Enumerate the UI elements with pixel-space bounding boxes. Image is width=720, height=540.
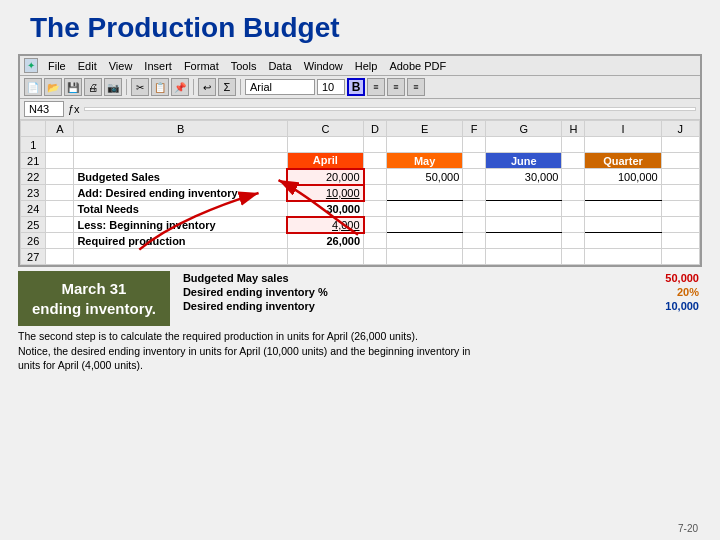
- new-button[interactable]: 📄: [24, 78, 42, 96]
- callout-label-1: Budgeted May sales: [180, 271, 593, 285]
- r22-april: 20,000: [287, 169, 363, 185]
- r1-d: [364, 137, 387, 153]
- col-b-header[interactable]: B: [74, 121, 287, 137]
- row-25: 25 Less: Beginning inventory 4,000: [21, 217, 700, 233]
- col-g-header[interactable]: G: [486, 121, 562, 137]
- menu-edit[interactable]: Edit: [73, 59, 102, 73]
- align-right-button[interactable]: ≡: [407, 78, 425, 96]
- r1-a: [46, 137, 74, 153]
- menu-data[interactable]: Data: [263, 59, 296, 73]
- cell-reference-box[interactable]: N43: [24, 101, 64, 117]
- toolbar: 📄 📂 💾 🖨 📷 ✂ 📋 📌 ↩ Σ Arial 10 B ≡ ≡ ≡: [20, 76, 700, 99]
- r22-may: 50,000: [386, 169, 462, 185]
- r1-e: [386, 137, 462, 153]
- r26-h: [562, 233, 585, 249]
- right-callout: Budgeted May sales 50,000 Desired ending…: [180, 271, 702, 313]
- separator-3: [240, 79, 241, 95]
- menu-adobe[interactable]: Adobe PDF: [384, 59, 451, 73]
- r26-june: [486, 233, 562, 249]
- r21-h: [562, 153, 585, 169]
- may-header: May: [386, 153, 462, 169]
- corner-header: [21, 121, 46, 137]
- r22-label: Budgeted Sales: [74, 169, 287, 185]
- row-26-header: 26: [21, 233, 46, 249]
- r22-f: [463, 169, 486, 185]
- r27-i: [585, 249, 661, 265]
- march31-line1: March 31: [61, 280, 126, 297]
- row-24: 24 Total Needs 30,000: [21, 201, 700, 217]
- row-21-header: 21: [21, 153, 46, 169]
- r25-june: [486, 217, 562, 233]
- r26-f: [463, 233, 486, 249]
- r24-may: [386, 201, 462, 217]
- cut-button[interactable]: ✂: [131, 78, 149, 96]
- col-d-header[interactable]: D: [364, 121, 387, 137]
- row-26: 26 Required production 26,000: [21, 233, 700, 249]
- bold-button[interactable]: B: [347, 78, 365, 96]
- r25-quarter: [585, 217, 661, 233]
- menu-file[interactable]: File: [43, 59, 71, 73]
- separator-1: [126, 79, 127, 95]
- row-25-header: 25: [21, 217, 46, 233]
- col-f-header[interactable]: F: [463, 121, 486, 137]
- r1-g: [486, 137, 562, 153]
- menu-window[interactable]: Window: [299, 59, 348, 73]
- r27-j: [661, 249, 699, 265]
- paste-button[interactable]: 📌: [171, 78, 189, 96]
- r27-g: [486, 249, 562, 265]
- r21-j: [661, 153, 699, 169]
- r27-b: [74, 249, 287, 265]
- r25-h: [562, 217, 585, 233]
- r22-a: [46, 169, 74, 185]
- font-name-box[interactable]: Arial: [245, 79, 315, 95]
- font-size-box[interactable]: 10: [317, 79, 345, 95]
- copy-button[interactable]: 📋: [151, 78, 169, 96]
- r22-h: [562, 169, 585, 185]
- col-i-header[interactable]: I: [585, 121, 661, 137]
- r23-april: 10,000: [287, 185, 363, 201]
- print-button[interactable]: 🖨: [84, 78, 102, 96]
- menu-view[interactable]: View: [104, 59, 138, 73]
- r24-label: Total Needs: [74, 201, 287, 217]
- r1-f: [463, 137, 486, 153]
- quarter-header: Quarter: [585, 153, 661, 169]
- bottom-line2: Notice, the desired ending inventory in …: [18, 345, 470, 357]
- r24-a: [46, 201, 74, 217]
- row-24-header: 24: [21, 201, 46, 217]
- menu-help[interactable]: Help: [350, 59, 383, 73]
- sum-button[interactable]: Σ: [218, 78, 236, 96]
- r26-a: [46, 233, 74, 249]
- bottom-line1: The second step is to calculate the requ…: [18, 330, 418, 342]
- r25-j: [661, 217, 699, 233]
- r1-c: [287, 137, 363, 153]
- undo-button[interactable]: ↩: [198, 78, 216, 96]
- menu-format[interactable]: Format: [179, 59, 224, 73]
- callout-row-1: Budgeted May sales 50,000: [180, 271, 702, 285]
- col-j-header[interactable]: J: [661, 121, 699, 137]
- col-c-header[interactable]: C: [287, 121, 363, 137]
- col-e-header[interactable]: E: [386, 121, 462, 137]
- r24-april: 30,000: [287, 201, 363, 217]
- menu-insert[interactable]: Insert: [139, 59, 177, 73]
- col-a-header[interactable]: A: [46, 121, 74, 137]
- formula-input[interactable]: [84, 107, 696, 111]
- row-21: 21 April May June Quarter: [21, 153, 700, 169]
- row-22-header: 22: [21, 169, 46, 185]
- row-1-header: 1: [21, 137, 46, 153]
- col-h-header[interactable]: H: [562, 121, 585, 137]
- r21-f: [463, 153, 486, 169]
- menu-tools[interactable]: Tools: [226, 59, 262, 73]
- r24-f: [463, 201, 486, 217]
- r25-a: [46, 217, 74, 233]
- march31-box: March 31 ending inventory.: [18, 271, 170, 326]
- slide-title: The Production Budget: [30, 12, 690, 44]
- r25-d: [364, 217, 387, 233]
- r25-april: 4,000: [287, 217, 363, 233]
- r23-label: Add: Desired ending inventory: [74, 185, 287, 201]
- camera-button[interactable]: 📷: [104, 78, 122, 96]
- callout-label-3: Desired ending inventory: [180, 299, 593, 313]
- align-center-button[interactable]: ≡: [387, 78, 405, 96]
- align-left-button[interactable]: ≡: [367, 78, 385, 96]
- open-button[interactable]: 📂: [44, 78, 62, 96]
- save-button[interactable]: 💾: [64, 78, 82, 96]
